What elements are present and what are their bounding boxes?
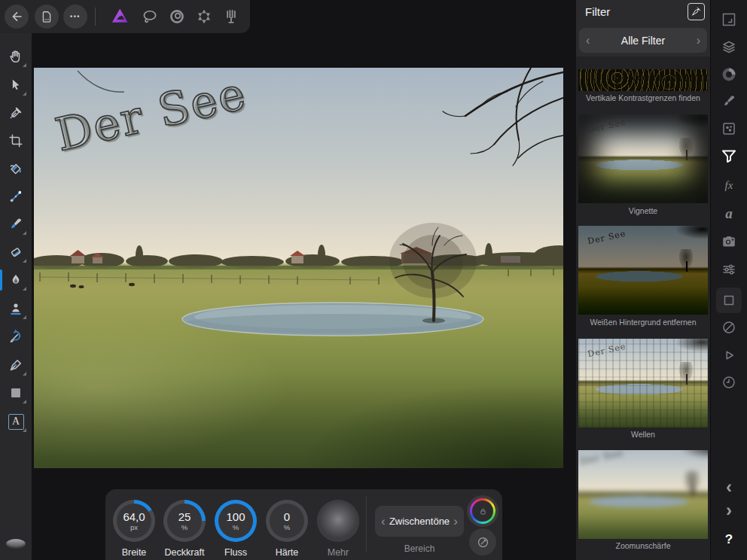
layer-fx-studio-button[interactable]: fx — [716, 172, 742, 198]
color-wheel-center — [472, 501, 493, 522]
text-tool-letter: A — [12, 415, 20, 428]
filter-label: Wellen — [576, 430, 710, 439]
adjustments-studio-button[interactable] — [716, 116, 742, 142]
chevron-right-icon: › — [726, 500, 732, 521]
move-tool[interactable] — [3, 72, 29, 98]
collapse-right-button[interactable]: › — [716, 498, 742, 523]
filter-thumbnail[interactable]: Der See — [578, 114, 708, 203]
dial-unit: % — [181, 523, 188, 531]
hardness-dial[interactable]: 0 % Härte — [261, 500, 313, 558]
dial-value: 25 — [178, 511, 191, 523]
filter-label: Vignette — [576, 206, 710, 215]
document-button[interactable] — [35, 5, 59, 29]
collapse-left-button[interactable]: ‹ — [716, 474, 742, 500]
tonal-range-selector[interactable]: ‹ Zwischentöne › — [375, 506, 464, 537]
text-tool[interactable]: A — [3, 409, 29, 434]
color-donut-icon — [720, 65, 738, 84]
liquify-icon — [167, 7, 187, 26]
filter-thumbnail[interactable]: Der See — [578, 69, 708, 91]
filters-studio-button-active[interactable] — [716, 144, 742, 169]
tool-strip: A — [0, 33, 32, 560]
width-dial[interactable]: 64,0 px Breite — [108, 500, 160, 558]
tone-mapping-icon — [221, 7, 241, 26]
dial-value: 0 — [284, 511, 290, 523]
chevron-right-icon[interactable]: › — [697, 34, 700, 47]
snapping-studio-button[interactable] — [716, 315, 742, 340]
history-studio-button[interactable] — [716, 370, 742, 395]
flow-dial[interactable]: 100 % Fluss — [210, 500, 261, 558]
brushes-studio-button[interactable] — [716, 89, 742, 114]
filter-category-selector[interactable]: ‹ Alle Filter › — [579, 28, 707, 53]
filter-label: Vertikale Kontrastgrenzen finden — [576, 93, 710, 102]
stock-studio-button[interactable] — [716, 229, 742, 254]
lock-icon — [479, 507, 487, 516]
pin-panel-button[interactable] — [688, 3, 705, 20]
filter-label: Weißen Hintergrund entfernen — [576, 318, 710, 327]
color-studio-button[interactable] — [716, 62, 742, 87]
chevron-right-icon[interactable]: › — [453, 515, 458, 528]
typography-icon: a — [725, 205, 733, 222]
color-wheel-button[interactable] — [467, 495, 499, 527]
square-icon — [720, 291, 738, 309]
clone-tool[interactable] — [3, 296, 29, 321]
history-brush-icon — [8, 328, 24, 345]
wave-overlay — [578, 339, 708, 428]
pin-icon — [691, 6, 702, 17]
document-icon — [39, 9, 54, 24]
filter-thumbnail[interactable]: Der See — [578, 450, 708, 539]
affinity-photo-app: Der See ••• — [0, 0, 747, 560]
persona-photo[interactable] — [107, 5, 133, 28]
pen-tool[interactable] — [3, 352, 29, 378]
toolbar-divider — [95, 8, 96, 26]
shape-tool[interactable] — [3, 380, 29, 406]
filter-panel: Filter ‹ Alle Filter › Der See Vertikale… — [576, 0, 710, 560]
selected-tool-indicator — [0, 269, 2, 291]
flood-fill-tool[interactable] — [3, 156, 29, 181]
corner-branches — [443, 68, 563, 166]
dial-ring: 64,0 px — [113, 500, 155, 542]
eyedropper-icon — [8, 105, 24, 121]
brushes-icon — [720, 93, 738, 111]
filter-thumbnail[interactable]: Der See — [578, 339, 708, 428]
color-picker-tool[interactable] — [3, 100, 29, 126]
photo-canvas[interactable]: Der See — [34, 68, 563, 468]
help-button[interactable]: ? — [716, 527, 742, 552]
undo-brush-tool[interactable] — [3, 324, 29, 349]
burn-tool[interactable] — [3, 267, 29, 293]
filter-thumbnail[interactable]: Der See — [578, 226, 708, 315]
settings-studio-button[interactable] — [716, 257, 742, 282]
persona-selections[interactable] — [137, 5, 163, 28]
paint-bucket-icon — [8, 160, 24, 177]
dial-ring: 100 % — [215, 500, 257, 542]
hand-icon — [8, 48, 24, 65]
mini-title-text: Der See — [587, 229, 627, 246]
opacity-dial[interactable]: 25 % Deckkraft — [159, 500, 210, 558]
persona-tone-mapping[interactable] — [218, 5, 244, 28]
chevron-left-icon[interactable]: ‹ — [381, 515, 386, 528]
macros-studio-button[interactable] — [716, 342, 742, 368]
gradient-icon — [8, 188, 24, 205]
picker-target-icon — [476, 535, 490, 549]
gradient-tool[interactable] — [3, 184, 29, 209]
selection-studio-button[interactable] — [716, 288, 742, 313]
color-picker-target-button[interactable] — [469, 528, 496, 555]
layers-studio-button[interactable] — [716, 35, 742, 60]
more-options-button[interactable]: ••• — [63, 5, 87, 29]
cows — [70, 283, 135, 288]
erase-tool[interactable] — [3, 239, 29, 265]
transform-studio-button[interactable] — [716, 7, 742, 32]
color-swatch-puck[interactable] — [6, 539, 26, 549]
chevron-left-icon[interactable]: ‹ — [586, 34, 590, 47]
persona-develop[interactable] — [191, 5, 217, 28]
back-button[interactable] — [5, 5, 29, 29]
dial-unit: % — [233, 523, 239, 531]
typography-studio-button[interactable]: a — [716, 201, 742, 227]
persona-liquify[interactable] — [164, 5, 190, 28]
paint-brush-tool[interactable] — [3, 212, 29, 237]
pan-tool[interactable] — [3, 44, 29, 69]
crop-tool[interactable] — [3, 128, 29, 154]
more-brush-dial[interactable]: Mehr — [313, 500, 364, 558]
mini-title-text: Der See — [579, 450, 625, 467]
dial-face: 0 % — [270, 504, 304, 538]
tonal-range-label: Bereich — [375, 543, 464, 554]
